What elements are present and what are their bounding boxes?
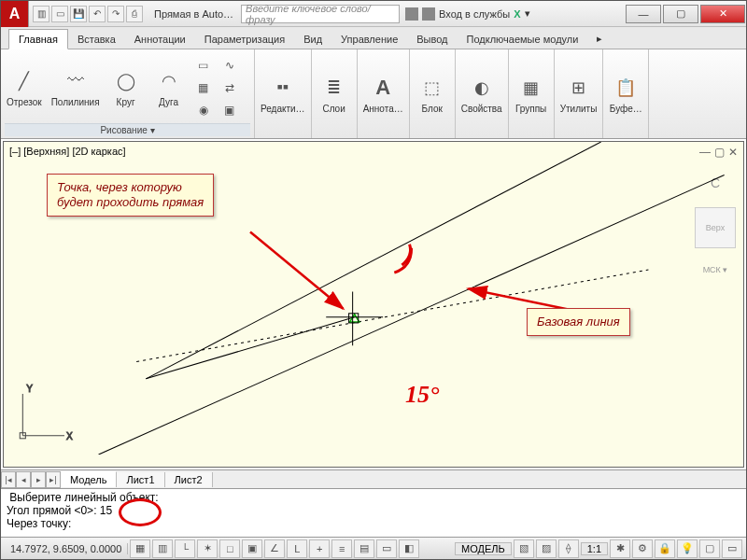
groups-panel[interactable]: ▦Группы: [513, 73, 550, 116]
close-button[interactable]: ✕: [700, 5, 745, 23]
layout-last-icon[interactable]: ▸|: [46, 471, 61, 488]
layout-first-icon[interactable]: |◂: [1, 471, 16, 488]
window-title: Прямая в Auto…: [147, 8, 241, 20]
qat-print-icon[interactable]: ⎙: [126, 6, 143, 22]
tpy-toggle-icon[interactable]: ▤: [354, 539, 374, 558]
isolate-objects-icon[interactable]: ▢: [699, 539, 720, 558]
circle-icon: ◯: [113, 68, 139, 94]
minimize-button[interactable]: —: [626, 5, 661, 23]
otrack-toggle-icon[interactable]: ∠: [264, 539, 285, 558]
drawing-viewport[interactable]: [–] [Верхняя] [2D каркас] — ▢ ✕ С Верх М…: [3, 141, 744, 468]
ellipse-icon: ◉: [195, 102, 212, 119]
exchange-icon[interactable]: X: [514, 8, 520, 20]
text-icon: A: [370, 75, 396, 101]
command-line[interactable]: Выберите линейный объект: Угол прямой <0…: [1, 488, 746, 537]
callout-point-through: Точка, через которую будет проходить пря…: [47, 174, 214, 217]
annotation-panel[interactable]: AАннота…: [361, 73, 405, 116]
spline-icon: ∿: [221, 57, 238, 74]
tab-annotate[interactable]: Аннотации: [125, 30, 195, 49]
annoscale-icon[interactable]: ⟠: [558, 539, 579, 558]
tab-parametric[interactable]: Параметризация: [195, 30, 294, 49]
tab-insert[interactable]: Вставка: [68, 30, 125, 49]
help-dropdown-icon[interactable]: ▾: [525, 7, 530, 20]
tab-output[interactable]: Вывод: [407, 30, 457, 49]
rectangle-icon: ▭: [195, 57, 212, 74]
callout-base-line: Базовая линия: [527, 308, 630, 336]
xline-button[interactable]: ⇄: [219, 77, 240, 98]
utilities-panel[interactable]: ⊞Утилиты: [558, 73, 599, 116]
circle-button[interactable]: ◯Круг: [107, 66, 145, 109]
modify-icon: ▪▪: [270, 75, 296, 101]
snap-toggle-icon[interactable]: ▦: [130, 539, 150, 558]
annovis-toggle-icon[interactable]: ✱: [610, 539, 630, 558]
polyline-button[interactable]: 〰Полилиния: [49, 66, 102, 109]
layout-next-icon[interactable]: ▸: [31, 471, 46, 488]
search-input[interactable]: Введите ключевое слово/фразу: [241, 5, 400, 23]
osnap3d-toggle-icon[interactable]: ▣: [242, 539, 262, 558]
model-space-button[interactable]: МОДЕЛЬ: [455, 542, 512, 555]
clipboard-panel[interactable]: 📋Буфе…: [607, 73, 644, 116]
redo-icon[interactable]: [107, 6, 124, 22]
highlight-circle: [119, 498, 162, 526]
layers-panel[interactable]: ≣Слои: [316, 73, 353, 116]
rect-button[interactable]: ▭: [193, 55, 214, 76]
undo-icon[interactable]: [89, 6, 106, 22]
properties-panel[interactable]: ◐Свойства: [459, 73, 504, 116]
ortho-toggle-icon[interactable]: └: [175, 539, 195, 558]
maximize-button[interactable]: ▢: [663, 5, 698, 23]
tab-model[interactable]: Модель: [61, 471, 117, 487]
svg-text:Y: Y: [26, 384, 33, 394]
arc-icon: ◠: [156, 68, 182, 94]
line-icon: ╱: [11, 68, 37, 94]
sc-toggle-icon[interactable]: ◧: [399, 539, 419, 558]
app-menu-button[interactable]: A: [1, 1, 29, 27]
quickview-drawings-icon[interactable]: ▨: [536, 539, 557, 558]
svg-text:X: X: [66, 431, 73, 441]
login-link[interactable]: Вход в службы: [439, 8, 510, 20]
spline-button[interactable]: ∿: [219, 55, 240, 76]
point-button[interactable]: ▣: [219, 100, 240, 120]
tab-layout2[interactable]: Лист2: [165, 472, 213, 487]
annotation-scale[interactable]: 1:1: [581, 542, 608, 555]
tab-home[interactable]: Главная: [8, 29, 68, 49]
arc-button[interactable]: ◠Дуга: [150, 66, 188, 109]
clean-screen-icon[interactable]: ▭: [722, 539, 742, 558]
qat-new-icon[interactable]: ▥: [33, 6, 49, 22]
layout-prev-icon[interactable]: ◂: [16, 471, 31, 488]
tab-layout1[interactable]: Лист1: [117, 472, 164, 487]
block-panel[interactable]: ⬚Блок: [414, 73, 451, 116]
people-icon: [405, 7, 418, 21]
workspace-switch-icon[interactable]: ⚙: [632, 539, 653, 558]
xline-icon: ⇄: [221, 79, 238, 96]
tab-plugins[interactable]: Подключаемые модули: [458, 30, 588, 49]
person-icon: [422, 7, 435, 21]
ellipse-button[interactable]: ◉: [193, 100, 214, 120]
lwt-toggle-icon[interactable]: ≡: [331, 539, 352, 558]
quick-access-toolbar: ▥ ▭ 💾 ⎙: [29, 6, 147, 22]
tab-view[interactable]: Вид: [294, 30, 331, 49]
block-icon: ⬚: [419, 75, 445, 101]
groups-icon: ▦: [518, 75, 544, 101]
qat-open-icon[interactable]: ▭: [51, 6, 68, 22]
ribbon: ╱Отрезок 〰Полилиния ◯Круг ◠Дуга ▭ ▦ ◉ ∿ …: [1, 49, 746, 139]
coords-readout[interactable]: 14.7972, 9.6509, 0.0000: [5, 543, 128, 554]
polar-toggle-icon[interactable]: ✶: [197, 539, 218, 558]
toolbar-lock-icon[interactable]: 🔒: [655, 539, 675, 558]
hatch-button[interactable]: ▦: [193, 77, 214, 98]
svg-line-7: [99, 175, 725, 455]
line-button[interactable]: ╱Отрезок: [5, 66, 44, 109]
quickview-layouts-icon[interactable]: ▧: [514, 539, 534, 558]
calculator-icon: ⊞: [566, 75, 592, 101]
qat-save-icon[interactable]: 💾: [70, 6, 87, 22]
hardware-accel-icon[interactable]: 💡: [677, 539, 698, 558]
ducs-toggle-icon[interactable]: L: [287, 539, 307, 558]
modify-panel[interactable]: ▪▪Редакти…: [259, 73, 307, 116]
osnap-toggle-icon[interactable]: □: [219, 539, 240, 558]
status-bar: 14.7972, 9.6509, 0.0000 ▦ ▥ └ ✶ □ ▣ ∠ L …: [1, 537, 746, 559]
tab-manage[interactable]: Управление: [331, 30, 407, 49]
qp-toggle-icon[interactable]: ▭: [376, 539, 397, 558]
grid-toggle-icon[interactable]: ▥: [152, 539, 173, 558]
dyn-toggle-icon[interactable]: +: [309, 539, 330, 558]
draw-panel-label[interactable]: Рисование ▾: [5, 123, 250, 136]
tab-overflow-icon[interactable]: ▸: [587, 29, 612, 49]
